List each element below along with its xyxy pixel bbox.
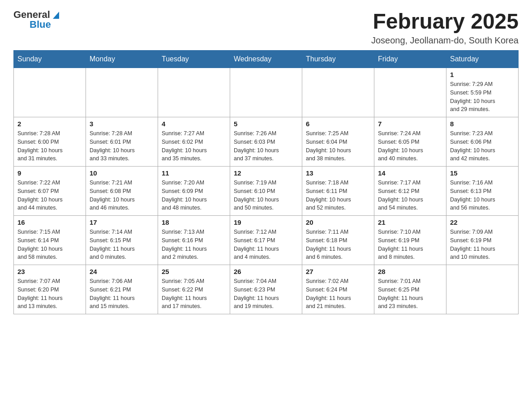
calendar-cell: 4Sunrise: 7:27 AM Sunset: 6:02 PM Daylig… xyxy=(158,117,230,167)
day-info: Sunrise: 7:01 AM Sunset: 6:25 PM Dayligh… xyxy=(378,277,442,311)
title-block: February 2025 Joseong, Jeollanam-do, Sou… xyxy=(371,9,519,46)
day-number: 17 xyxy=(90,218,154,226)
header-wednesday: Wednesday xyxy=(230,51,302,68)
calendar-cell: 15Sunrise: 7:16 AM Sunset: 6:13 PM Dayli… xyxy=(446,167,519,216)
calendar-cell: 8Sunrise: 7:23 AM Sunset: 6:06 PM Daylig… xyxy=(446,117,519,167)
page-header: General Blue February 2025 Joseong, Jeol… xyxy=(13,9,519,46)
calendar-cell: 17Sunrise: 7:14 AM Sunset: 6:15 PM Dayli… xyxy=(86,216,158,265)
day-number: 13 xyxy=(306,169,370,177)
calendar-cell: 22Sunrise: 7:09 AM Sunset: 6:19 PM Dayli… xyxy=(446,216,519,265)
calendar-cell: 24Sunrise: 7:06 AM Sunset: 6:21 PM Dayli… xyxy=(86,265,158,314)
day-number: 2 xyxy=(17,120,82,128)
header-row: SundayMondayTuesdayWednesdayThursdayFrid… xyxy=(14,51,519,68)
day-number: 8 xyxy=(450,120,515,128)
calendar-cell: 20Sunrise: 7:11 AM Sunset: 6:18 PM Dayli… xyxy=(302,216,374,265)
day-info: Sunrise: 7:24 AM Sunset: 6:05 PM Dayligh… xyxy=(378,129,442,163)
day-number: 10 xyxy=(90,169,154,177)
day-info: Sunrise: 7:10 AM Sunset: 6:19 PM Dayligh… xyxy=(378,228,442,261)
calendar-cell: 10Sunrise: 7:21 AM Sunset: 6:08 PM Dayli… xyxy=(86,167,158,216)
day-info: Sunrise: 7:21 AM Sunset: 6:08 PM Dayligh… xyxy=(90,179,154,212)
day-number: 23 xyxy=(17,268,82,275)
day-info: Sunrise: 7:17 AM Sunset: 6:12 PM Dayligh… xyxy=(378,179,442,212)
week-row-3: 9Sunrise: 7:22 AM Sunset: 6:07 PM Daylig… xyxy=(14,167,519,216)
calendar-cell: 7Sunrise: 7:24 AM Sunset: 6:05 PM Daylig… xyxy=(374,117,446,167)
calendar-cell: 23Sunrise: 7:07 AM Sunset: 6:20 PM Dayli… xyxy=(14,265,86,314)
day-number: 14 xyxy=(378,169,442,177)
calendar-cell: 28Sunrise: 7:01 AM Sunset: 6:25 PM Dayli… xyxy=(374,265,446,314)
day-info: Sunrise: 7:28 AM Sunset: 6:00 PM Dayligh… xyxy=(17,129,82,163)
day-number: 22 xyxy=(450,218,515,226)
calendar-cell: 18Sunrise: 7:13 AM Sunset: 6:16 PM Dayli… xyxy=(158,216,230,265)
day-info: Sunrise: 7:05 AM Sunset: 6:22 PM Dayligh… xyxy=(162,277,226,311)
calendar-header: SundayMondayTuesdayWednesdayThursdayFrid… xyxy=(14,51,519,68)
day-number: 15 xyxy=(450,169,515,177)
day-info: Sunrise: 7:07 AM Sunset: 6:20 PM Dayligh… xyxy=(17,277,82,311)
calendar-cell xyxy=(158,68,230,117)
header-monday: Monday xyxy=(86,51,158,68)
calendar-cell xyxy=(14,68,86,117)
week-row-2: 2Sunrise: 7:28 AM Sunset: 6:00 PM Daylig… xyxy=(14,117,519,167)
day-number: 24 xyxy=(90,268,154,275)
page-title: February 2025 xyxy=(371,9,519,34)
calendar-cell xyxy=(230,68,302,117)
calendar-table: SundayMondayTuesdayWednesdayThursdayFrid… xyxy=(13,50,519,314)
calendar-cell: 9Sunrise: 7:22 AM Sunset: 6:07 PM Daylig… xyxy=(14,167,86,216)
day-info: Sunrise: 7:06 AM Sunset: 6:21 PM Dayligh… xyxy=(90,277,154,311)
day-number: 16 xyxy=(17,218,82,226)
calendar-cell: 14Sunrise: 7:17 AM Sunset: 6:12 PM Dayli… xyxy=(374,167,446,216)
day-info: Sunrise: 7:11 AM Sunset: 6:18 PM Dayligh… xyxy=(306,228,370,261)
day-info: Sunrise: 7:28 AM Sunset: 6:01 PM Dayligh… xyxy=(90,129,154,163)
calendar-cell: 3Sunrise: 7:28 AM Sunset: 6:01 PM Daylig… xyxy=(86,117,158,167)
calendar-cell: 1Sunrise: 7:29 AM Sunset: 5:59 PM Daylig… xyxy=(446,68,519,117)
day-number: 6 xyxy=(306,120,370,128)
logo-triangle-icon xyxy=(51,10,61,20)
day-number: 11 xyxy=(162,169,226,177)
calendar-cell xyxy=(374,68,446,117)
week-row-1: 1Sunrise: 7:29 AM Sunset: 5:59 PM Daylig… xyxy=(14,68,519,117)
day-info: Sunrise: 7:27 AM Sunset: 6:02 PM Dayligh… xyxy=(162,129,226,163)
day-info: Sunrise: 7:15 AM Sunset: 6:14 PM Dayligh… xyxy=(17,228,82,261)
calendar-cell: 2Sunrise: 7:28 AM Sunset: 6:00 PM Daylig… xyxy=(14,117,86,167)
calendar-cell: 25Sunrise: 7:05 AM Sunset: 6:22 PM Dayli… xyxy=(158,265,230,314)
logo: General Blue xyxy=(13,9,61,30)
header-friday: Friday xyxy=(374,51,446,68)
svg-marker-0 xyxy=(53,12,59,19)
calendar-cell xyxy=(446,265,519,314)
day-info: Sunrise: 7:02 AM Sunset: 6:24 PM Dayligh… xyxy=(306,277,370,311)
day-number: 3 xyxy=(90,120,154,128)
calendar-cell: 11Sunrise: 7:20 AM Sunset: 6:09 PM Dayli… xyxy=(158,167,230,216)
day-info: Sunrise: 7:20 AM Sunset: 6:09 PM Dayligh… xyxy=(162,179,226,212)
week-row-5: 23Sunrise: 7:07 AM Sunset: 6:20 PM Dayli… xyxy=(14,265,519,314)
day-number: 4 xyxy=(162,120,226,128)
day-info: Sunrise: 7:22 AM Sunset: 6:07 PM Dayligh… xyxy=(17,179,82,212)
logo-blue-text: Blue xyxy=(30,19,51,30)
day-number: 20 xyxy=(306,218,370,226)
day-info: Sunrise: 7:12 AM Sunset: 6:17 PM Dayligh… xyxy=(234,228,298,261)
day-info: Sunrise: 7:29 AM Sunset: 5:59 PM Dayligh… xyxy=(450,80,515,114)
calendar-cell: 26Sunrise: 7:04 AM Sunset: 6:23 PM Dayli… xyxy=(230,265,302,314)
day-info: Sunrise: 7:04 AM Sunset: 6:23 PM Dayligh… xyxy=(234,277,298,311)
day-number: 27 xyxy=(306,268,370,275)
day-number: 9 xyxy=(17,169,82,177)
header-thursday: Thursday xyxy=(302,51,374,68)
day-number: 25 xyxy=(162,268,226,275)
day-info: Sunrise: 7:09 AM Sunset: 6:19 PM Dayligh… xyxy=(450,228,515,261)
day-info: Sunrise: 7:14 AM Sunset: 6:15 PM Dayligh… xyxy=(90,228,154,261)
day-number: 7 xyxy=(378,120,442,128)
calendar-cell: 6Sunrise: 7:25 AM Sunset: 6:04 PM Daylig… xyxy=(302,117,374,167)
day-info: Sunrise: 7:23 AM Sunset: 6:06 PM Dayligh… xyxy=(450,129,515,163)
calendar-cell xyxy=(302,68,374,117)
calendar-cell: 13Sunrise: 7:18 AM Sunset: 6:11 PM Dayli… xyxy=(302,167,374,216)
day-info: Sunrise: 7:13 AM Sunset: 6:16 PM Dayligh… xyxy=(162,228,226,261)
page-subtitle: Joseong, Jeollanam-do, South Korea xyxy=(371,35,519,46)
header-tuesday: Tuesday xyxy=(158,51,230,68)
calendar-body: 1Sunrise: 7:29 AM Sunset: 5:59 PM Daylig… xyxy=(14,68,519,314)
day-number: 28 xyxy=(378,268,442,275)
day-number: 12 xyxy=(234,169,298,177)
calendar-cell: 27Sunrise: 7:02 AM Sunset: 6:24 PM Dayli… xyxy=(302,265,374,314)
day-info: Sunrise: 7:26 AM Sunset: 6:03 PM Dayligh… xyxy=(234,129,298,163)
header-sunday: Sunday xyxy=(14,51,86,68)
day-info: Sunrise: 7:19 AM Sunset: 6:10 PM Dayligh… xyxy=(234,179,298,212)
day-number: 19 xyxy=(234,218,298,226)
calendar-cell: 12Sunrise: 7:19 AM Sunset: 6:10 PM Dayli… xyxy=(230,167,302,216)
